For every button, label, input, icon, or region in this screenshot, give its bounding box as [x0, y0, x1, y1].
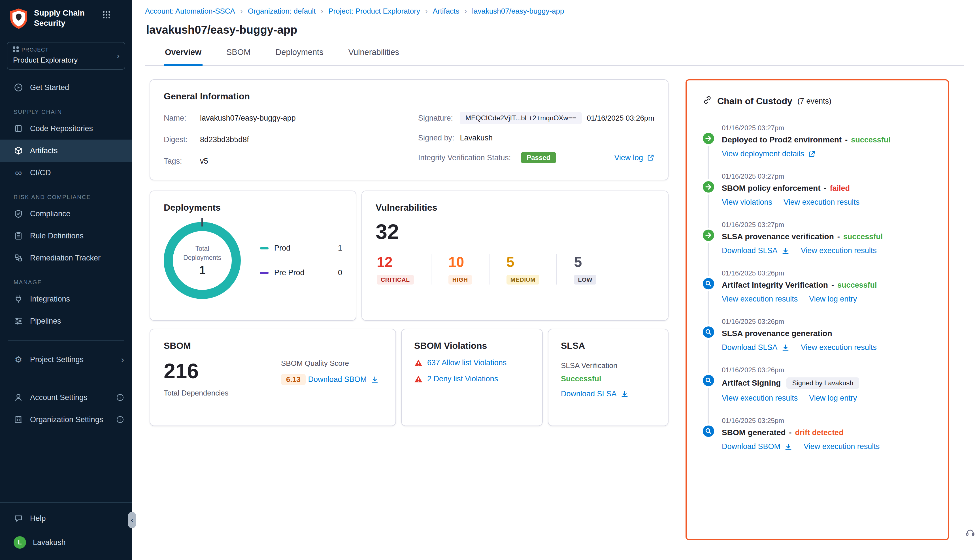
legend-value: 0 [338, 268, 342, 277]
slsa-card: SLSA SLSA Verification Successful Downlo… [548, 329, 668, 426]
allow-list-violations-link[interactable]: 637 Allow list Violations [427, 358, 506, 367]
chat-widget-icon[interactable] [966, 529, 975, 541]
page-header: Account: Automation-SSCA Organization: d… [132, 0, 979, 36]
name-label: Name: [164, 114, 200, 123]
view-violations-link[interactable]: View violations [722, 198, 772, 207]
event-timestamp: 01/16/2025 03:27pm [722, 172, 932, 180]
sidebar-item-label: Pipelines [30, 317, 61, 326]
signed-by-label: Signed by: [418, 133, 454, 142]
sidebar-item-help[interactable]: Help [0, 507, 132, 530]
sidebar-collapse-handle[interactable] [128, 512, 136, 528]
view-execution-results-link[interactable]: View execution results [722, 295, 798, 303]
event-status: failed [824, 184, 850, 193]
app-window: Supply Chain Security PROJECT Product Ex… [0, 0, 979, 560]
slsa-status: Successful [561, 375, 655, 383]
card-title: Vulnerabilities [376, 202, 654, 213]
event-title: Artifact Signing [722, 378, 781, 388]
sidebar-item-compliance[interactable]: Compliance [0, 203, 132, 225]
view-execution-results-link[interactable]: View execution results [801, 343, 877, 352]
breadcrumb-current[interactable]: lavakush07/easy-buggy-app [472, 7, 564, 15]
sidebar-item-get-started[interactable]: Get Started [0, 77, 132, 98]
legend-item-prod: Prod 1 [260, 244, 342, 253]
project-selector[interactable]: PROJECT Product Exploratory [7, 42, 125, 70]
event-title: SBOM policy enforcement [722, 184, 821, 193]
help-chat-icon [13, 514, 23, 523]
sidebar-item-label: Artifacts [30, 147, 58, 155]
digest-label: Digest: [164, 135, 200, 144]
sbom-total: 216 [164, 359, 228, 383]
infinity-icon [13, 170, 23, 175]
nav-heading-risk-compliance: RISK AND COMPLIANCE [13, 194, 132, 200]
view-execution-results-link[interactable]: View execution results [801, 246, 877, 255]
sidebar-item-organization-settings[interactable]: Organization Settings [0, 408, 132, 431]
sidebar-item-code-repositories[interactable]: Code Repositories [0, 117, 132, 140]
person-icon [13, 393, 23, 402]
tab-overview[interactable]: Overview [164, 47, 202, 66]
sidebar-item-integrations[interactable]: Integrations [0, 288, 132, 310]
sidebar-item-label: Help [30, 514, 46, 523]
user-profile[interactable]: L Lavakush [0, 530, 132, 555]
gear-icon [13, 355, 23, 364]
download-slsa-link[interactable]: Download SLSA [722, 246, 790, 255]
event-title: SLSA provenance generation [722, 329, 832, 338]
signed-by-badge: Signed by Lavakush [786, 377, 859, 389]
content-area: General Information Name: lavakush07/eas… [132, 66, 979, 560]
tab-deployments[interactable]: Deployments [274, 47, 324, 65]
view-execution-results-link[interactable]: View execution results [722, 394, 798, 403]
severity-high: 10 HIGH [431, 254, 489, 285]
critical-badge: CRITICAL [377, 275, 414, 285]
view-log-entry-link[interactable]: View log entry [809, 295, 857, 303]
brand-row: Supply Chain Security [0, 0, 132, 36]
cube-icon [13, 146, 23, 155]
chain-event-sbom-generated: 01/16/2025 03:25pm SBOM generated drift … [703, 417, 932, 451]
tab-vulnerabilities[interactable]: Vulnerabilities [347, 47, 400, 65]
view-log-entry-link[interactable]: View log entry [809, 394, 857, 403]
page-title: lavakush07/easy-buggy-app [146, 23, 964, 36]
sidebar-item-pipelines[interactable]: Pipelines [0, 310, 132, 332]
info-icon [116, 393, 124, 402]
view-deployment-details-link[interactable]: View deployment details [722, 150, 815, 158]
breadcrumb-account[interactable]: Account: Automation-SSCA [145, 7, 243, 15]
signature-timestamp: 01/16/2025 03:26pm [586, 114, 654, 123]
tab-sbom[interactable]: SBOM [225, 47, 252, 65]
sidebar-item-project-settings[interactable]: Project Settings [0, 348, 132, 371]
view-execution-results-link[interactable]: View execution results [804, 442, 880, 451]
download-slsa-link[interactable]: Download SLSA [722, 343, 790, 352]
nav-heading-manage: MANAGE [13, 279, 132, 286]
breadcrumb-artifacts[interactable]: Artifacts [433, 7, 467, 15]
event-timestamp: 01/16/2025 03:26pm [722, 318, 932, 326]
signature-label: Signature: [418, 114, 453, 123]
severity-critical: 12 CRITICAL [376, 254, 431, 285]
download-sbom-link[interactable]: Download SBOM [308, 375, 379, 384]
main-area: Account: Automation-SSCA Organization: d… [132, 0, 979, 560]
sidebar-item-label: Organization Settings [30, 415, 103, 424]
project-label: PROJECT [22, 47, 49, 53]
name-row: Name: lavakush07/easy-buggy-app [164, 112, 418, 124]
legend-value: 1 [338, 244, 342, 253]
sidebar-item-cicd[interactable]: CI/CD [0, 162, 132, 184]
sidebar-item-account-settings[interactable]: Account Settings [0, 387, 132, 408]
download-sbom-link[interactable]: Download SBOM [722, 442, 792, 451]
repository-icon [13, 124, 23, 133]
sidebar-item-label: CI/CD [30, 168, 51, 177]
medium-count: 5 [506, 254, 540, 270]
view-log-link[interactable]: View log [614, 153, 654, 162]
sidebar-item-remediation-tracker[interactable]: Remediation Tracker [0, 247, 132, 269]
sbom-violations-card: SBOM Violations 637 Allow list Violation… [401, 329, 543, 426]
download-slsa-link[interactable]: Download SLSA [561, 390, 628, 398]
view-execution-results-link[interactable]: View execution results [784, 198, 859, 207]
sidebar-item-artifacts[interactable]: Artifacts [0, 140, 132, 162]
pipelines-icon [13, 317, 23, 326]
deny-list-violations-link[interactable]: 2 Deny list Violations [427, 375, 498, 383]
sidebar-item-label: Account Settings [30, 393, 87, 402]
breadcrumb-organization[interactable]: Organization: default [248, 7, 324, 15]
breadcrumb-project[interactable]: Project: Product Exploratory [328, 7, 428, 15]
event-timestamp: 01/16/2025 03:25pm [722, 417, 932, 425]
chain-title: Chain of Custody [717, 96, 792, 107]
card-title: Deployments [164, 202, 342, 213]
chain-events-count: (7 events) [797, 97, 831, 106]
shield-check-icon [13, 209, 23, 218]
sidebar-item-rule-definitions[interactable]: Rule Definitions [0, 225, 132, 247]
clipboard-icon [13, 231, 23, 240]
module-grid-icon[interactable] [102, 10, 111, 22]
